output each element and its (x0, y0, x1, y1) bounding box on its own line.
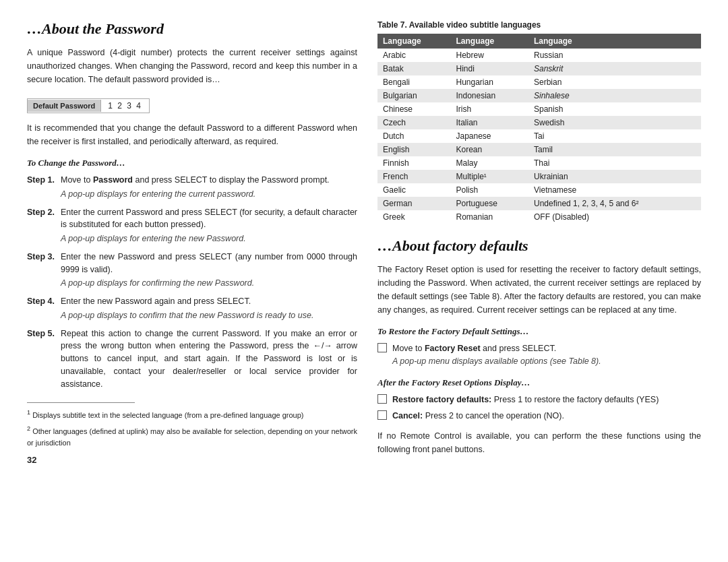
left-column: …About the Password A unique Password (4… (27, 20, 357, 542)
cell-6-0: Dutch (377, 129, 450, 143)
cell-0-2: Russian (528, 49, 701, 62)
default-password-box: Default Password 1 2 3 4 (27, 98, 150, 113)
cell-4-2: Spanish (528, 102, 701, 116)
cell-8-0: Finnish (377, 156, 450, 170)
password-intro: A unique Password (4-digit number) prote… (27, 46, 357, 86)
step-2: Step 2. Enter the current Password and p… (27, 206, 357, 245)
restore-step-1-text: Move to Factory Reset and press SELECT. … (392, 342, 601, 368)
closing-text: If no Remote Control is available, you c… (377, 429, 701, 456)
cell-6-2: Tai (528, 129, 701, 143)
cell-11-1: Portuguese (450, 197, 528, 210)
table-row: GaelicPolishVietnamese (377, 183, 701, 197)
step-2-content: Enter the current Password and press SEL… (61, 206, 357, 245)
step-1: Step 1. Move to Password and press SELEC… (27, 174, 357, 201)
cell-12-0: Greek (377, 210, 450, 224)
step-3-label: Step 3. (27, 251, 61, 290)
steps-list: Step 1. Move to Password and press SELEC… (27, 174, 357, 390)
cell-9-1: Multiple¹ (450, 170, 528, 183)
col-header-1: Language (377, 34, 450, 49)
table-row: BulgarianIndonesianSinhalese (377, 89, 701, 102)
step-2-label: Step 2. (27, 206, 61, 245)
step-3: Step 3. Enter the new Password and press… (27, 251, 357, 290)
cell-5-1: Italian (450, 116, 528, 129)
cell-9-2: Ukrainian (528, 170, 701, 183)
language-table: Language Language Language ArabicHebrewR… (377, 34, 701, 224)
cell-4-1: Irish (450, 102, 528, 116)
table-row: GermanPortugueseUndefined 1, 2, 3, 4, 5 … (377, 197, 701, 210)
table-header-row: Language Language Language (377, 34, 701, 49)
table-row: CzechItalianSwedish (377, 116, 701, 129)
cell-2-2: Serbian (528, 75, 701, 89)
step-5-label: Step 5. (27, 327, 61, 391)
options-heading: After the Factory Reset Options Display… (377, 377, 701, 388)
col-header-2: Language (450, 34, 528, 49)
cell-0-1: Hebrew (450, 49, 528, 62)
step-1-content: Move to Password and press SELECT to dis… (61, 174, 330, 201)
cell-12-2: OFF (Disabled) (528, 210, 701, 224)
option-cancel: Cancel: Press 2 to cancel the operation … (377, 410, 701, 423)
right-column: Table 7. Available video subtitle langua… (377, 20, 701, 542)
password-value: 1 2 3 4 (101, 99, 149, 113)
cell-1-1: Hindi (450, 62, 528, 75)
step-4-label: Step 4. (27, 295, 61, 322)
step-4: Step 4. Enter the new Password again and… (27, 295, 357, 322)
table-row: ChineseIrishSpanish (377, 102, 701, 116)
table-row: BengaliHungarianSerbian (377, 75, 701, 89)
cell-4-0: Chinese (377, 102, 450, 116)
checkbox-icon-1 (377, 343, 387, 352)
option-restore-text: Restore factory defaults: Press 1 to res… (392, 394, 659, 406)
step-5-content: Repeat this action to change the current… (61, 327, 357, 391)
cell-11-0: German (377, 197, 450, 210)
step-4-content: Enter the new Password again and press S… (61, 295, 313, 322)
cell-7-0: English (377, 143, 450, 156)
password-label: Default Password (28, 100, 101, 112)
page-number: 32 (27, 455, 357, 465)
cell-10-0: Gaelic (377, 183, 450, 197)
table-row: GreekRomanianOFF (Disabled) (377, 210, 701, 224)
table-row: FinnishMalayThai (377, 156, 701, 170)
restore-steps: Move to Factory Reset and press SELECT. … (377, 342, 701, 368)
checkbox-icon-3 (377, 410, 387, 420)
cell-9-0: French (377, 170, 450, 183)
cell-5-0: Czech (377, 116, 450, 129)
options-list: Restore factory defaults: Press 1 to res… (377, 394, 701, 423)
table-row: BatakHindiSanskrit (377, 62, 701, 75)
recommend-text: It is recommended that you change the de… (27, 121, 357, 148)
cell-8-2: Thai (528, 156, 701, 170)
cell-7-2: Tamil (528, 143, 701, 156)
step-3-content: Enter the new Password and press SELECT … (61, 251, 357, 290)
cell-12-1: Romanian (450, 210, 528, 224)
password-title: …About the Password (27, 20, 357, 38)
cell-3-2: Sinhalese (528, 89, 701, 102)
cell-5-2: Swedish (528, 116, 701, 129)
table-row: DutchJapaneseTai (377, 129, 701, 143)
page: …About the Password A unique Password (4… (0, 0, 728, 562)
table-row: ArabicHebrewRussian (377, 49, 701, 62)
checkbox-icon-2 (377, 394, 387, 404)
cell-10-2: Vietnamese (528, 183, 701, 197)
factory-intro: The Factory Reset option is used for res… (377, 263, 701, 317)
table-row: FrenchMultiple¹Ukrainian (377, 170, 701, 183)
step-1-label: Step 1. (27, 174, 61, 201)
restore-heading: To Restore the Factory Default Settings… (377, 326, 701, 337)
table-caption: Table 7. Available video subtitle langua… (377, 20, 701, 30)
cell-3-1: Indonesian (450, 89, 528, 102)
cell-2-1: Hungarian (450, 75, 528, 89)
footnote-2: 2 Other languages (defined at uplink) ma… (27, 425, 357, 448)
step-5: Step 5. Repeat this action to change the… (27, 327, 357, 391)
table-body: ArabicHebrewRussianBatakHindiSanskritBen… (377, 49, 701, 224)
cell-7-1: Korean (450, 143, 528, 156)
cell-2-0: Bengali (377, 75, 450, 89)
cell-8-1: Malay (450, 156, 528, 170)
factory-title: …About factory defaults (377, 237, 701, 255)
cell-1-2: Sanskrit (528, 62, 701, 75)
cell-10-1: Polish (450, 183, 528, 197)
footnote-divider (27, 402, 135, 403)
restore-step-1: Move to Factory Reset and press SELECT. … (377, 342, 701, 368)
cell-11-2: Undefined 1, 2, 3, 4, 5 and 6² (528, 197, 701, 210)
cell-3-0: Bulgarian (377, 89, 450, 102)
footnote-1: 1 Displays subtitle text in the selected… (27, 408, 357, 420)
cell-1-0: Batak (377, 62, 450, 75)
option-cancel-text: Cancel: Press 2 to cancel the operation … (392, 410, 564, 423)
change-heading: To Change the Password… (27, 158, 357, 168)
